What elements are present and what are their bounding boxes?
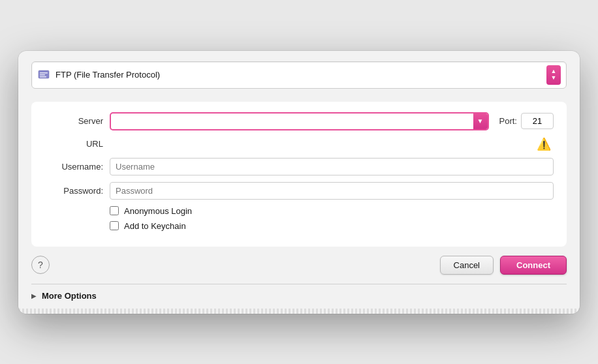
help-button[interactable]: ? bbox=[31, 256, 50, 274]
svg-rect-1 bbox=[40, 72, 48, 74]
anonymous-login-checkbox[interactable] bbox=[110, 206, 119, 215]
svg-rect-2 bbox=[40, 74, 45, 76]
connect-button[interactable]: Connect bbox=[500, 256, 567, 275]
protocol-arrows: ▲ ▼ bbox=[546, 65, 561, 85]
server-input[interactable] bbox=[111, 114, 473, 129]
add-to-keychain-label[interactable]: Add to Keychain bbox=[124, 221, 186, 231]
password-label: Password: bbox=[44, 186, 103, 196]
password-input[interactable] bbox=[110, 182, 554, 200]
port-input[interactable] bbox=[521, 113, 554, 129]
server-dropdown-button[interactable]: ▼ bbox=[473, 114, 488, 129]
username-row: Username: bbox=[44, 158, 554, 175]
username-input[interactable] bbox=[110, 158, 554, 175]
svg-rect-3 bbox=[40, 76, 46, 78]
bottom-buttons-row: ? Cancel Connect bbox=[31, 247, 567, 284]
server-label: Server bbox=[44, 116, 103, 126]
protocol-icon bbox=[37, 68, 50, 82]
protocol-row: FTP (File Transfer Protocol) ▲ ▼ bbox=[31, 61, 567, 89]
more-options-label: More Options bbox=[42, 291, 97, 301]
ftp-dialog: FTP (File Transfer Protocol) ▲ ▼ Server … bbox=[18, 51, 580, 314]
bottom-bar-decoration bbox=[18, 309, 580, 314]
more-options-row[interactable]: ▶ More Options bbox=[31, 284, 567, 309]
port-group: Port: bbox=[499, 113, 554, 129]
username-label: Username: bbox=[44, 162, 103, 172]
protocol-dropdown[interactable]: FTP (File Transfer Protocol) ▲ ▼ bbox=[31, 61, 567, 89]
add-to-keychain-row: Add to Keychain bbox=[110, 221, 554, 231]
server-row: Server ▼ Port: bbox=[44, 112, 554, 130]
warning-icon: ⚠️ bbox=[537, 137, 554, 151]
protocol-label: FTP (File Transfer Protocol) bbox=[55, 70, 543, 80]
port-label: Port: bbox=[499, 116, 517, 126]
cancel-button[interactable]: Cancel bbox=[440, 256, 494, 275]
url-label: URL bbox=[44, 139, 103, 149]
more-options-triangle-icon: ▶ bbox=[31, 292, 37, 299]
url-row: URL ⚠️ bbox=[44, 137, 554, 151]
server-input-wrap: ▼ bbox=[110, 112, 489, 130]
anonymous-login-label[interactable]: Anonymous Login bbox=[124, 206, 192, 216]
form-area: Server ▼ Port: URL ⚠️ Username: Password… bbox=[31, 102, 567, 247]
password-row: Password: bbox=[44, 182, 554, 200]
add-to-keychain-checkbox[interactable] bbox=[110, 221, 119, 230]
anonymous-login-row: Anonymous Login bbox=[110, 206, 554, 216]
